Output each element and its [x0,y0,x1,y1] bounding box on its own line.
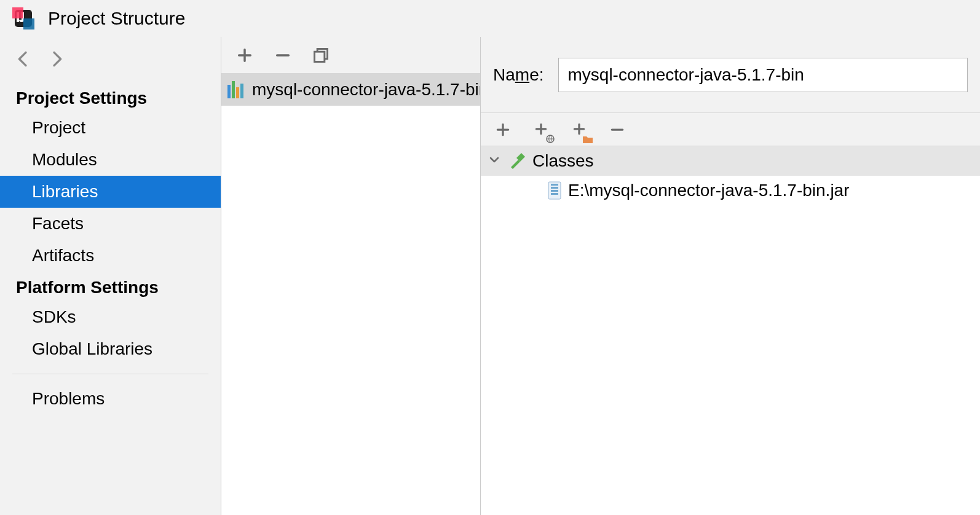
jar-archive-icon [547,181,562,200]
sidebar-item-project[interactable]: Project [0,112,221,144]
sidebar-item-modules[interactable]: Modules [0,144,221,176]
section-title-project-settings: Project Settings [0,82,221,112]
add-excluded-root-button[interactable] [568,119,590,141]
library-icon [227,81,246,98]
add-library-button[interactable] [234,44,256,66]
sidebar-item-artifacts[interactable]: Artifacts [0,240,221,272]
title-bar: Project Structure [0,0,980,37]
sidebar-item-facets[interactable]: Facets [0,208,221,240]
library-items-toolbar [481,113,980,146]
sidebar-item-problems[interactable]: Problems [0,383,221,415]
section-title-platform-settings: Platform Settings [0,272,221,301]
copy-library-button[interactable] [310,44,332,66]
library-tree: Classes E:\mysql-connector-java-5.1.7-bi… [481,146,980,515]
forward-button[interactable] [45,48,68,70]
add-item-button[interactable] [492,119,514,141]
svg-rect-3 [23,18,34,29]
sidebar-item-global-libraries[interactable]: Global Libraries [0,333,221,365]
chevron-down-icon[interactable] [487,152,504,170]
hammer-icon [508,152,526,170]
sidebar-item-libraries[interactable]: Libraries [0,176,221,208]
libraries-toolbar [221,37,480,74]
tree-node-jar-path: E:\mysql-connector-java-5.1.7-bin.jar [568,181,850,200]
folder-badge-icon [583,135,593,143]
svg-rect-6 [227,85,231,98]
globe-badge-icon [546,135,555,143]
svg-rect-7 [232,81,235,98]
remove-item-button[interactable] [606,119,628,141]
name-label-prefix: Na [493,65,515,84]
sidebar-divider [12,374,208,374]
library-name-input[interactable] [558,58,968,92]
intellij-logo-icon [12,7,34,29]
name-label-suffix: e: [529,65,543,84]
svg-rect-8 [236,87,239,98]
add-from-maven-button[interactable] [530,119,552,141]
library-detail-panel: Name: [481,37,980,515]
tree-node-jar[interactable]: E:\mysql-connector-java-5.1.7-bin.jar [481,176,980,205]
svg-rect-12 [551,184,558,186]
libraries-panel: mysql-connector-java-5.1.7-bin [221,37,481,515]
name-label-mnemonic: m [515,65,529,84]
svg-rect-2 [12,7,23,18]
tree-node-classes[interactable]: Classes [481,146,980,176]
svg-rect-14 [551,190,558,192]
library-list-item-label: mysql-connector-java-5.1.7-bin [252,80,480,100]
svg-rect-5 [315,52,325,61]
settings-sidebar: Project Settings Project Modules Librari… [0,37,221,515]
tree-node-classes-label: Classes [532,151,594,171]
svg-rect-9 [240,84,243,98]
back-button[interactable] [12,48,34,70]
library-name-row: Name: [481,37,980,113]
library-name-label: Name: [493,65,543,85]
library-list-item[interactable]: mysql-connector-java-5.1.7-bin [221,74,480,106]
svg-rect-13 [551,187,558,189]
sidebar-item-sdks[interactable]: SDKs [0,301,221,333]
window-title: Project Structure [48,8,185,29]
remove-library-button[interactable] [272,44,294,66]
svg-rect-15 [551,193,558,195]
